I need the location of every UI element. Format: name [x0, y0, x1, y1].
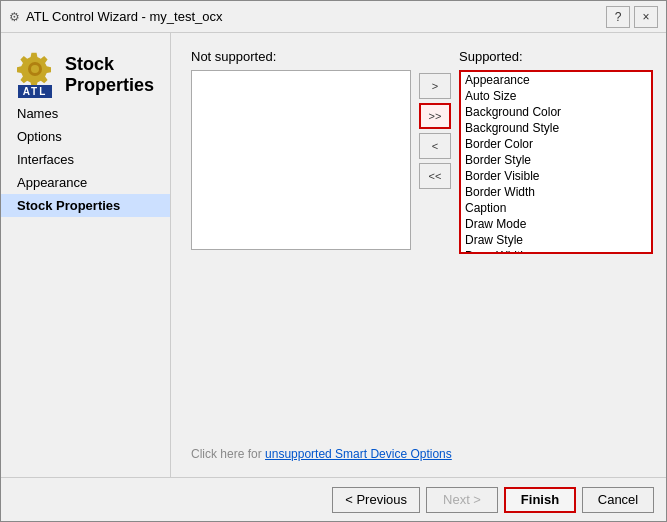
sidebar-item-names[interactable]: Names	[1, 102, 170, 125]
window-title: ATL Control Wizard - my_test_ocx	[26, 9, 223, 24]
atl-logo-block: ATL	[17, 51, 53, 98]
previous-button[interactable]: < Previous	[332, 487, 420, 513]
title-bar-left: ⚙ ATL Control Wizard - my_test_ocx	[9, 9, 223, 24]
content-area: ATL Stock Properties Names Options Inter…	[1, 33, 666, 477]
supported-label: Supported:	[459, 49, 653, 64]
list-item[interactable]: Border Width	[461, 184, 651, 200]
move-all-right-button[interactable]: >>	[419, 103, 451, 129]
logo-header: ATL Stock Properties	[1, 43, 170, 98]
cancel-button[interactable]: Cancel	[582, 487, 654, 513]
move-right-button[interactable]: >	[419, 73, 451, 99]
sidebar: ATL Stock Properties Names Options Inter…	[1, 33, 171, 477]
sidebar-nav: Names Options Interfaces Appearance Stoc…	[1, 98, 170, 221]
supported-section: Supported: AppearanceAuto SizeBackground…	[459, 49, 653, 254]
move-left-button[interactable]: <	[419, 133, 451, 159]
list-item[interactable]: Border Style	[461, 152, 651, 168]
list-item[interactable]: Auto Size	[461, 88, 651, 104]
sidebar-item-interfaces[interactable]: Interfaces	[1, 148, 170, 171]
link-area: Click here for unsupported Smart Device …	[191, 447, 653, 461]
svg-point-2	[31, 65, 39, 73]
supported-list[interactable]: AppearanceAuto SizeBackground ColorBackg…	[461, 72, 651, 252]
list-item[interactable]: Draw Width	[461, 248, 651, 252]
atl-gear-icon	[17, 51, 53, 87]
sidebar-item-appearance[interactable]: Appearance	[1, 171, 170, 194]
move-all-left-button[interactable]: <<	[419, 163, 451, 189]
main-panel: Not supported: > >> < << Supported:	[171, 33, 666, 477]
list-item[interactable]: Appearance	[461, 72, 651, 88]
sidebar-item-stock-properties[interactable]: Stock Properties	[1, 194, 170, 217]
list-item[interactable]: Border Color	[461, 136, 651, 152]
transfer-buttons: > >> < <<	[419, 73, 451, 189]
title-bar: ⚙ ATL Control Wizard - my_test_ocx ? ×	[1, 1, 666, 33]
not-supported-list[interactable]	[191, 70, 411, 250]
main-window: ⚙ ATL Control Wizard - my_test_ocx ? ×	[0, 0, 667, 522]
close-button[interactable]: ×	[634, 6, 658, 28]
list-item[interactable]: Draw Mode	[461, 216, 651, 232]
not-supported-section: Not supported:	[191, 49, 411, 250]
not-supported-label: Not supported:	[191, 49, 411, 64]
list-item[interactable]: Draw Style	[461, 232, 651, 248]
transfer-area: Not supported: > >> < << Supported:	[191, 49, 653, 435]
help-button[interactable]: ?	[606, 6, 630, 28]
atl-badge: ATL	[18, 85, 53, 98]
footer: < Previous Next > Finish Cancel	[1, 477, 666, 521]
finish-button[interactable]: Finish	[504, 487, 576, 513]
link-text-prefix: Click here for	[191, 447, 265, 461]
page-title: Stock Properties	[65, 54, 154, 96]
supported-box-wrapper: AppearanceAuto SizeBackground ColorBackg…	[459, 70, 653, 254]
smart-device-link[interactable]: unsupported Smart Device Options	[265, 447, 452, 461]
list-item[interactable]: Caption	[461, 200, 651, 216]
sidebar-item-options[interactable]: Options	[1, 125, 170, 148]
list-item[interactable]: Background Style	[461, 120, 651, 136]
title-bar-buttons: ? ×	[606, 6, 658, 28]
list-item[interactable]: Border Visible	[461, 168, 651, 184]
list-item[interactable]: Background Color	[461, 104, 651, 120]
next-button[interactable]: Next >	[426, 487, 498, 513]
